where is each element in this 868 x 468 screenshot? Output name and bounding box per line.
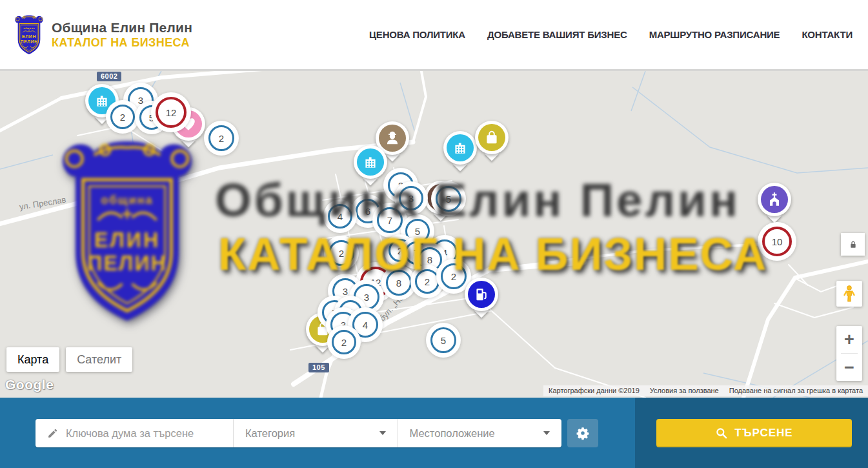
nav-item[interactable]: КОНТАКТИ <box>802 29 853 40</box>
attribution-copyright: Картографски данни ©2019 <box>549 387 640 394</box>
cluster-marker[interactable]: 3 <box>399 186 423 210</box>
cluster-count: 4 <box>363 320 368 331</box>
pin-category-icon <box>447 134 474 161</box>
cluster-marker[interactable]: 8 <box>386 270 412 296</box>
pegman-icon <box>842 285 857 303</box>
satellite-view-button[interactable]: Сателит <box>66 347 132 372</box>
cluster-marker[interactable]: 2 <box>110 105 135 129</box>
cluster-count: 2 <box>451 271 456 282</box>
cluster-marker[interactable]: 5 <box>430 327 456 353</box>
pin-head <box>758 183 791 216</box>
nav-item-label: ДОБАВЕТЕ ВАШИЯТ БИЗНЕС <box>487 29 627 40</box>
cluster-count: 3 <box>343 286 348 297</box>
site-subtitle: КАТАЛОГ НА БИЗНЕСА <box>52 36 192 50</box>
search-fields-group: Категория Местоположение <box>35 419 561 447</box>
municipality-crest-icon <box>13 15 45 55</box>
cluster-count: 3 <box>409 193 414 204</box>
search-submit-button[interactable]: ТЪРСЕНЕ <box>656 419 852 447</box>
cluster-count: 5 <box>441 335 446 346</box>
pin-category-icon <box>761 186 788 213</box>
cluster-count: 8 <box>396 278 401 289</box>
cluster-marker[interactable]: 2 <box>208 125 234 151</box>
cluster-marker[interactable]: 7 <box>377 207 403 233</box>
cluster-count: 3 <box>364 292 369 303</box>
category-select[interactable]: Категория <box>233 419 398 447</box>
report-error-link[interactable]: Подаване на сигнал за грешка в картата <box>729 387 863 394</box>
cluster-count: 6 <box>365 206 370 217</box>
pin-head <box>475 121 509 154</box>
cluster-count: 4 <box>442 247 447 258</box>
road-number-text: 105 <box>312 363 325 371</box>
road-number-text: 6002 <box>101 72 117 80</box>
map-type-control: Карта Сателит <box>6 347 132 372</box>
cluster-marker[interactable]: 8 <box>418 247 442 272</box>
cluster-marker[interactable]: 12 <box>156 97 187 128</box>
cluster-count: 2 <box>398 245 403 256</box>
pin-category-icon <box>478 124 505 151</box>
search-bar: Категория Местоположение ТЪРСЕНЕ <box>0 398 868 468</box>
map-pin-factory[interactable] <box>443 131 478 171</box>
map-pin-church[interactable] <box>757 183 792 223</box>
road-number-label: 6002 <box>97 72 121 81</box>
pin-head <box>354 145 387 179</box>
main-nav: ЦЕНОВА ПОЛИТИКАДОБАВЕТЕ ВАШИЯТ БИЗНЕСМАР… <box>369 29 853 40</box>
nav-item[interactable]: МАРШРУТНО РАЗПИСАНИЕ <box>649 29 780 40</box>
cluster-count: 5 <box>415 226 420 237</box>
location-select[interactable]: Местоположение <box>398 419 562 447</box>
pegman-button[interactable] <box>836 281 862 307</box>
header: Община Елин Пелин КАТАЛОГ НА БИЗНЕСА ЦЕН… <box>0 0 868 71</box>
map-pin-bag[interactable] <box>474 121 509 161</box>
site-logo[interactable]: Община Елин Пелин КАТАЛОГ НА БИЗНЕСА <box>13 15 192 55</box>
cluster-marker[interactable]: 2 <box>328 240 354 266</box>
cluster-count: 10 <box>772 236 783 247</box>
pin-category-icon <box>468 281 495 308</box>
cluster-marker[interactable]: 2 <box>441 263 467 289</box>
cluster-count: 2 <box>219 133 224 144</box>
nav-item-label: ЦЕНОВА ПОЛИТИКА <box>369 29 465 40</box>
cluster-count: 7 <box>387 215 392 226</box>
category-select-label: Категория <box>245 427 295 440</box>
cluster-count: 3 <box>341 320 346 331</box>
zoom-in-button[interactable]: + <box>836 326 862 353</box>
zoom-out-button[interactable]: − <box>836 354 862 381</box>
cluster-marker[interactable]: 2 <box>415 269 439 294</box>
keyword-field-wrap <box>35 419 233 447</box>
map-pin-fuel[interactable] <box>464 278 499 318</box>
terms-link[interactable]: Условия за ползване <box>650 387 719 394</box>
pin-category-icon <box>357 148 384 176</box>
nav-item-label: МАРШРУТНО РАЗПИСАНИЕ <box>649 29 780 40</box>
cluster-marker[interactable]: 4 <box>352 312 378 338</box>
cluster-marker[interactable]: 10 <box>762 227 792 256</box>
lock-button[interactable] <box>841 233 865 256</box>
map-pin-factory[interactable] <box>353 145 388 185</box>
cluster-count: 2 <box>120 112 125 123</box>
cluster-count: 2 <box>341 337 347 348</box>
pin-head <box>465 278 498 311</box>
nav-item[interactable]: ЦЕНОВА ПОЛИТИКА <box>369 29 465 40</box>
chevron-down-icon <box>379 431 386 435</box>
google-logo[interactable]: Google <box>5 377 54 392</box>
zoom-control: + − <box>836 326 862 381</box>
pin-head <box>443 131 477 165</box>
road-number-label: 105 <box>308 363 329 372</box>
cluster-marker[interactable]: 2 <box>332 330 356 354</box>
keyword-search-input[interactable] <box>66 427 224 440</box>
page: Община Елин Пелин КАТАЛОГ НА БИЗНЕСА ЦЕН… <box>0 0 868 468</box>
advanced-settings-button[interactable] <box>567 419 598 447</box>
map-view-button[interactable]: Карта <box>6 347 59 372</box>
nav-item-label: КОНТАКТИ <box>802 29 853 40</box>
cluster-marker[interactable]: 4 <box>328 204 352 229</box>
cluster-count: 5 <box>149 112 154 123</box>
map-canvas[interactable]: 6002105 ул. Преславбул. „Новосел <box>0 71 868 398</box>
logo-text: Община Елин Пелин КАТАЛОГ НА БИЗНЕСА <box>52 20 192 50</box>
cluster-count: 5 <box>446 194 451 205</box>
nav-item[interactable]: ДОБАВЕТЕ ВАШИЯТ БИЗНЕС <box>487 29 627 40</box>
cluster-count: 4 <box>338 211 343 222</box>
cluster-marker[interactable]: 5 <box>436 186 461 212</box>
lock-icon <box>848 239 858 250</box>
pencil-icon <box>47 427 58 440</box>
cluster-marker[interactable]: 5 <box>405 219 430 243</box>
location-select-label: Местоположение <box>410 427 495 440</box>
cluster-count: 3 <box>138 95 143 106</box>
cluster-count: 2 <box>425 276 430 287</box>
